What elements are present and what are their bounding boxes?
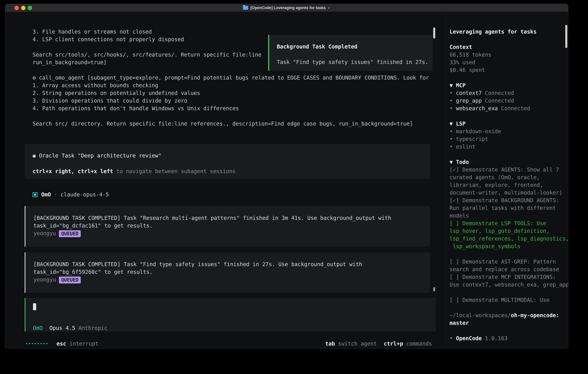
agent-model: claude-opus-4-5 — [61, 191, 109, 198]
oracle-task-card: ◉ Oracle Task "Deep architecture review"… — [25, 144, 430, 179]
close-button[interactable] — [14, 6, 19, 10]
agent-name: OmO — [41, 191, 51, 198]
message-card: [BACKGROUND TASK COMPLETED] Task "Find t… — [25, 252, 430, 293]
todo-item-pending: [ ] Demonstrate MULTIMODAL: Use — [450, 296, 568, 304]
main-scrollbar-thumb[interactable] — [433, 287, 435, 291]
bullet-icon: • — [450, 144, 453, 150]
message-card: [BACKGROUND TASK COMPLETED] Task "Resear… — [25, 206, 430, 247]
context-used: 33% used — [450, 59, 568, 66]
lsp-name: typescript — [456, 136, 488, 142]
subagent-nav-hint: ctrl+x right, ctrl+x left to navigate be… — [32, 167, 430, 175]
status-badge: QUEUED — [59, 277, 81, 283]
todo-item-pending: [ ] Demonstrate AST-GREP: Pattern search… — [450, 258, 568, 273]
hint-text: to navigate between subagent sessions — [113, 168, 236, 174]
background-task-toast: Background Task Completed Task "Find typ… — [268, 35, 432, 71]
app-version: 1.0.163 — [485, 335, 508, 342]
mcp-item: •grep_appConnected — [450, 97, 568, 104]
git-branch: master — [450, 319, 568, 327]
bullet-icon: • — [450, 136, 453, 142]
message-author: yeongyu — [33, 230, 56, 237]
toast-scrollbar-thumb[interactable] — [433, 28, 435, 39]
zoom-button[interactable] — [28, 6, 32, 10]
folder-icon — [243, 6, 248, 10]
toast-body: Task "Find type safety issues" finished … — [277, 58, 432, 66]
chat-area: 3. File handles or streams not closed 4.… — [5, 12, 445, 349]
separator-dot: · — [54, 191, 57, 198]
mcp-status: Connected — [501, 105, 530, 112]
message-meta: yeongyuQUEUED — [33, 229, 430, 237]
active-model-name: Opus 4.5 — [50, 324, 75, 332]
mcp-item: •context7Connected — [450, 89, 568, 97]
message-text: [BACKGROUND TASK COMPLETED] Task "Find t… — [33, 260, 430, 276]
todo-item-active: [ ] Demonstrate LSP TOOLS: Use lsp_hover… — [450, 219, 568, 250]
minimize-button[interactable] — [21, 6, 25, 10]
model-provider: Anthropic — [78, 324, 107, 332]
toast-title: Background Task Completed — [277, 43, 432, 51]
modified-indicator-icon: ◐ — [328, 6, 330, 10]
mcp-section-header: ▼ MCP — [450, 82, 568, 89]
session-title: Leveraging agents for tasks — [450, 28, 568, 36]
bullet-icon: • — [450, 105, 453, 112]
opencode-window: [OpenCode] Leveraging agents for tasks ◐… — [5, 4, 568, 349]
todo-item-pending: [ ] Demonstrate MCP INTEGRATIONS: Use co… — [450, 273, 568, 289]
message-text: [BACKGROUND TASK COMPLETED] Task "Resear… — [33, 214, 430, 229]
context-tokens: 66,518 tokens — [450, 51, 568, 59]
mcp-name: grep_app — [456, 98, 482, 104]
app-name: OpenCode — [456, 335, 482, 342]
mcp-status: Connected — [485, 90, 514, 96]
mcp-name: websearch_exa — [456, 105, 498, 112]
esc-key-hint: esc — [57, 340, 66, 348]
workspace-name: oh-my-opencode: — [511, 312, 559, 319]
tab-key-hint: tab — [325, 340, 335, 348]
mcp-status: Connected — [485, 98, 514, 104]
bullet-icon: • — [450, 98, 453, 104]
titlebar: [OpenCode] Leveraging agents for tasks ◐ — [5, 4, 568, 12]
lsp-name: markdown-oxide — [456, 128, 501, 135]
window-title: [OpenCode] Leveraging agents for tasks — [251, 6, 326, 10]
mcp-item: •websearch_exaConnected — [450, 104, 568, 112]
window-body: 3. File handles or streams not closed 4.… — [5, 12, 568, 349]
lsp-item: •markdown-oxide — [450, 128, 568, 135]
oracle-task-title: ◉ Oracle Task "Deep architecture review" — [32, 152, 430, 159]
agent-header: OmO · claude-opus-4-5 — [32, 191, 109, 198]
traffic-lights — [14, 4, 32, 12]
hint-keys: ctrl+x right, ctrl+x left — [32, 168, 113, 174]
ctrlp-key-hint: ctrl+p — [384, 340, 403, 348]
lsp-section-header: ▼ LSP — [450, 120, 568, 128]
bullet-icon: • — [450, 128, 453, 135]
app-version-row: •OpenCode1.0.163 — [450, 334, 568, 342]
bullet-icon: • — [450, 335, 453, 342]
lsp-item: •typescript — [450, 135, 568, 143]
message-meta: yeongyuQUEUED — [33, 276, 430, 283]
bullet-icon: • — [450, 90, 453, 96]
text-cursor — [33, 303, 36, 310]
context-spent: $0.46 spent — [450, 66, 568, 74]
status-bar: •••••••• esc interrupt tab switch agent … — [25, 340, 432, 348]
todo-item-done: [✓] Demonstrate AGENTS: Show all 7 curat… — [450, 166, 568, 197]
context-heading: Context — [450, 43, 568, 51]
agent-checkbox-icon — [32, 192, 37, 197]
todo-section-header: ▼ Todo — [450, 158, 568, 166]
tab-key-label: switch agent — [338, 340, 377, 348]
input-status-row: OmO Opus 4.5 Anthropic — [33, 324, 107, 332]
lsp-name: eslint — [456, 144, 475, 150]
esc-key-label: interrupt — [69, 340, 98, 348]
window-title-group: [OpenCode] Leveraging agents for tasks ◐ — [243, 6, 331, 10]
workspace-path-prefix: ~/local-workspaces/ — [450, 312, 511, 319]
ctrlp-key-label: commands — [406, 340, 432, 348]
active-agent-name: OmO — [33, 324, 43, 332]
status-badge: QUEUED — [59, 230, 81, 237]
sidebar-scrollbar-thumb[interactable] — [565, 25, 567, 48]
prompt-input[interactable]: OmO Opus 4.5 Anthropic — [25, 298, 436, 332]
spinner-dots-icon: •••••••• — [25, 340, 48, 348]
todo-item-done: [✓] Demonstrate BACKGROUND AGENTS: Run p… — [450, 197, 568, 219]
mcp-name: context7 — [456, 90, 482, 96]
message-author: yeongyu — [33, 277, 56, 283]
sidebar: Leveraging agents for tasks Context 66,5… — [445, 12, 568, 349]
workspace-path: ~/local-workspaces/oh-my-opencode: — [450, 312, 568, 319]
lsp-item: •eslint — [450, 143, 568, 151]
